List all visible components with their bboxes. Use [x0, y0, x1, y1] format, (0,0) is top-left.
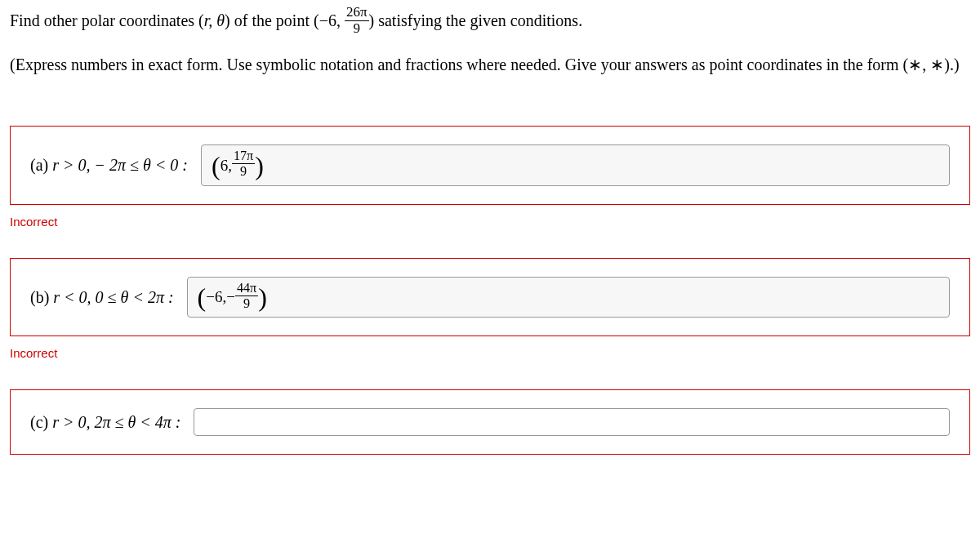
answer-a-fraction: 17π 9 [232, 149, 255, 179]
answer-b-frac-num: 44π [235, 281, 258, 296]
answer-b-content: ( −6,− 44π 9 ) [198, 282, 267, 313]
part-a-label: (a) r > 0, − 2π ≤ θ < 0 : [30, 156, 188, 175]
part-c-label: (c) r > 0, 2π ≤ θ < 4π : [30, 413, 180, 432]
answer-box-a: (a) r > 0, − 2π ≤ θ < 0 : ( 6, 17π 9 ) [10, 126, 970, 205]
question-mid: ) of the point (−6, [225, 11, 345, 29]
answer-a-frac-den: 9 [232, 164, 255, 179]
part-c-condition: r > 0, 2π ≤ θ < 4π : [52, 413, 180, 431]
answer-a-frac-num: 17π [232, 149, 255, 164]
answer-b-fraction: 44π 9 [235, 281, 258, 311]
answer-input-c[interactable] [194, 408, 950, 436]
answer-input-b[interactable]: ( −6,− 44π 9 ) [187, 277, 950, 318]
status-a: Incorrect [10, 215, 970, 229]
answer-b-frac-den: 9 [235, 296, 258, 311]
question-vars: r, θ [204, 11, 225, 29]
part-b-condition: r < 0, 0 ≤ θ < 2π : [53, 288, 173, 306]
part-b-label: (b) r < 0, 0 ≤ θ < 2π : [30, 288, 174, 307]
answer-a-prefix: 6, [220, 157, 232, 175]
answer-a-content: ( 6, 17π 9 ) [212, 150, 264, 180]
question-frac-den: 9 [345, 21, 369, 37]
part-c-prefix: (c) [30, 413, 52, 431]
status-b: Incorrect [10, 346, 970, 360]
part-b-prefix: (b) [30, 288, 53, 306]
question-frac-num: 26π [345, 5, 369, 21]
question-prompt: Find other polar coordinates (r, θ) of t… [10, 7, 970, 38]
close-paren-icon: ) [255, 153, 264, 179]
answer-box-c: (c) r > 0, 2π ≤ θ < 4π : [10, 389, 970, 455]
open-paren-icon: ( [198, 284, 207, 310]
question-suffix: ) satisfying the given conditions. [369, 11, 583, 29]
open-paren-icon: ( [212, 153, 220, 179]
close-paren-icon: ) [258, 284, 267, 310]
answer-b-prefix: −6,− [206, 288, 235, 306]
instruction-text: (Express numbers in exact form. Use symb… [10, 52, 970, 77]
question-prefix: Find other polar coordinates ( [10, 11, 204, 29]
question-fraction: 26π9 [345, 5, 369, 36]
part-a-condition: r > 0, − 2π ≤ θ < 0 : [52, 156, 188, 174]
answer-input-a[interactable]: ( 6, 17π 9 ) [201, 144, 950, 186]
part-a-prefix: (a) [30, 156, 52, 174]
answer-box-b: (b) r < 0, 0 ≤ θ < 2π : ( −6,− 44π 9 ) [10, 258, 970, 337]
